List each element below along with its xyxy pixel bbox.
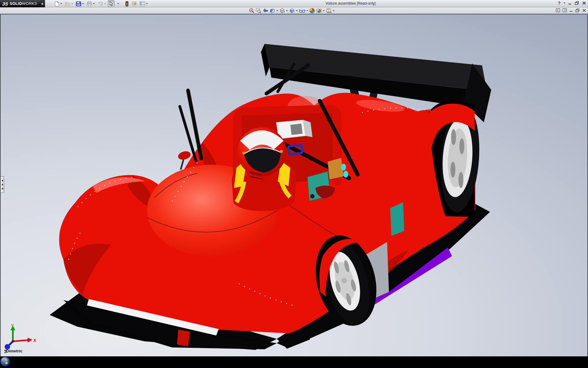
chevron-down-icon[interactable]	[93, 3, 95, 4]
mirror-block	[276, 120, 312, 139]
hide-show-items-button[interactable]	[299, 8, 308, 14]
featuremanager-splitter-tab[interactable]	[1, 176, 4, 193]
show-featuremanager-pane-button[interactable]	[556, 8, 560, 13]
menu-expand-button[interactable]: ▶	[40, 0, 45, 7]
zoom-to-fit-button[interactable]	[249, 8, 255, 14]
select-cursor-icon	[109, 1, 114, 6]
solidworks-window: ЗS SOLIDWORKS ▶	[0, 0, 588, 368]
car-model-render	[1, 14, 588, 356]
restore-icon	[575, 9, 580, 12]
standard-toolbar	[53, 0, 149, 7]
chevron-down-icon[interactable]	[60, 3, 62, 4]
chevron-down-icon[interactable]	[104, 3, 106, 4]
triad-y-label: Y	[11, 324, 14, 328]
rebuild-button[interactable]	[124, 0, 130, 7]
section-view-icon	[270, 8, 275, 13]
display-style-button[interactable]	[289, 8, 298, 14]
close-document-button[interactable]	[582, 8, 586, 13]
chevron-down-icon[interactable]	[296, 10, 298, 11]
restore-document-button[interactable]	[575, 8, 580, 13]
chevron-down-icon[interactable]	[276, 10, 278, 11]
heads-up-bar	[0, 7, 588, 14]
document-title: Voiture assemblee [Read-only]	[326, 1, 375, 6]
windows-taskbar: e C:\_	[0, 356, 588, 368]
zoom-to-fit-icon	[249, 8, 254, 13]
solidworks-logo: ЗS SOLIDWORKS	[0, 0, 40, 7]
minimize-icon	[568, 1, 572, 5]
eyeglasses-icon	[299, 8, 305, 13]
zoom-to-area-button[interactable]	[255, 8, 262, 14]
brand-works-text: WORKS	[22, 2, 37, 6]
apply-scene-icon	[316, 8, 322, 13]
window-controls: ?	[558, 1, 586, 6]
chevron-down-icon[interactable]	[71, 3, 73, 4]
triangle-left-icon	[2, 187, 3, 190]
triangle-left-icon	[2, 179, 3, 182]
help-button[interactable]: ?	[558, 1, 560, 6]
undo-button[interactable]	[97, 0, 107, 7]
save-icon	[76, 1, 81, 6]
save-button[interactable]	[75, 0, 85, 7]
show-display-pane-button[interactable]	[563, 8, 567, 13]
minimize-document-button[interactable]	[569, 8, 573, 13]
print-button[interactable]	[86, 0, 96, 7]
chevron-down-icon[interactable]	[286, 10, 288, 11]
chevron-down-icon[interactable]	[333, 10, 335, 11]
select-button[interactable]	[108, 0, 115, 7]
title-bar: ЗS SOLIDWORKS ▶	[0, 0, 588, 7]
restore-icon	[575, 1, 579, 5]
file-properties-button[interactable]	[130, 0, 138, 7]
triad-x-label: X	[33, 338, 36, 343]
chevron-down-icon[interactable]	[117, 3, 119, 4]
close-icon	[582, 1, 586, 5]
chevron-down-icon[interactable]	[82, 3, 84, 4]
brand-solid-text: SOLID	[10, 2, 22, 6]
select-flyout-button[interactable]	[115, 0, 120, 7]
chevron-down-icon[interactable]	[323, 10, 325, 11]
minimize-button[interactable]	[567, 1, 572, 6]
pane-left-icon	[556, 8, 560, 12]
file-properties-icon	[131, 1, 137, 6]
chevron-down-icon[interactable]	[306, 10, 308, 11]
pane-right-icon	[563, 8, 567, 12]
start-button[interactable]	[0, 356, 588, 368]
section-view-button[interactable]	[269, 8, 278, 14]
heads-up-view-toolbar	[249, 8, 335, 14]
minimize-icon	[569, 9, 573, 12]
close-icon	[582, 9, 586, 12]
close-button[interactable]	[582, 1, 586, 6]
windows-start-icon	[0, 356, 10, 367]
appearance-sphere-icon	[309, 8, 315, 13]
chevron-down-icon[interactable]	[146, 3, 148, 4]
restore-button[interactable]	[575, 1, 579, 6]
zoom-to-area-icon	[256, 8, 261, 13]
graphics-area[interactable]: Y X Z *Dimetric	[0, 14, 588, 356]
rebuild-traffic-light-icon	[125, 1, 129, 6]
open-button[interactable]	[64, 0, 74, 7]
previous-view-button[interactable]	[262, 8, 269, 14]
undo-icon	[98, 1, 103, 6]
document-window-controls	[556, 8, 586, 13]
apply-scene-button[interactable]	[316, 8, 325, 14]
open-icon	[65, 1, 70, 6]
options-icon	[140, 1, 145, 6]
options-button[interactable]	[139, 0, 149, 7]
help-chevron-icon[interactable]	[564, 2, 565, 4]
triangle-left-icon	[2, 183, 3, 186]
previous-view-icon	[262, 8, 268, 13]
view-orientation-label: *Dimetric	[4, 349, 22, 353]
view-settings-icon	[326, 8, 332, 13]
edit-appearance-button[interactable]	[309, 8, 315, 14]
new-document-button[interactable]	[53, 0, 63, 7]
new-document-icon	[54, 1, 59, 6]
view-orientation-icon	[279, 8, 285, 13]
view-settings-button[interactable]	[326, 8, 335, 14]
display-style-icon	[289, 8, 295, 13]
view-orientation-button[interactable]	[279, 8, 288, 14]
solidworks-logo-mark: ЗS	[2, 1, 9, 6]
print-icon	[87, 1, 92, 6]
